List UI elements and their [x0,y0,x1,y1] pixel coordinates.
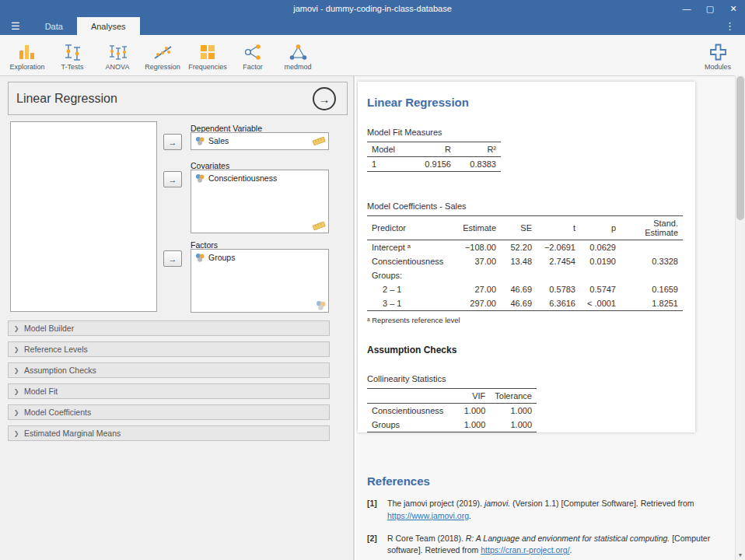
dependent-variable-box[interactable]: Sales [191,132,329,150]
cell [621,240,683,255]
title-bar: jamovi - dummy-coding-in-class-database … [0,0,745,17]
cell: 3 – 1 [367,296,454,311]
cell: < .0001 [580,296,621,311]
maximize-button[interactable]: ▢ [698,0,722,17]
cell [621,268,683,282]
minimize-button[interactable]: — [675,0,698,17]
coefficients-table[interactable]: Predictor Estimate SE t p Stand. Estimat… [367,215,683,311]
table-row: Intercept ᵃ −108.00 52.20 −2.0691 0.0629 [367,240,683,255]
hamburger-menu-icon[interactable]: ☰ [0,17,31,35]
nominal-variable-icon [195,136,205,145]
references-section: References [1] The jamovi project (2019)… [367,474,726,557]
reference-text: R Core Team (2018). R: A Language and en… [387,533,726,558]
variable-chip-label: Conscientiousness [208,173,277,183]
section-model-coefficients[interactable]: ❯ Model Coefficients [8,404,330,420]
section-label: Assumption Checks [24,366,96,375]
window-controls: — ▢ ✕ [675,0,745,17]
table-row: 1 0.9156 0.8383 [367,157,501,172]
ribbon-label: T-Tests [61,63,83,71]
kebab-menu-icon[interactable]: ⋮ [715,17,745,35]
cell: 0.9156 [407,157,456,172]
ribbon-anova[interactable]: ANOVA [95,37,140,74]
cell: 2.7454 [537,254,580,268]
ribbon-label: Regression [145,63,180,71]
cell: 46.69 [501,296,537,311]
table-row: Conscientiousness 37.00 13.48 2.7454 0.0… [367,254,683,268]
section-reference-levels[interactable]: ❯ Reference Levels [8,341,330,357]
chevron-right-icon: ❯ [9,388,24,395]
variable-chip-label: Groups [208,253,235,262]
column-header: t [537,216,580,240]
tab-bar: ☰ Data Analyses ⋮ [0,17,745,35]
reference-item: [2] R Core Team (2018). R: A Language an… [367,533,726,558]
factors-box[interactable]: Groups [191,249,329,313]
variable-chip-sales[interactable]: Sales [191,133,328,149]
ribbon-label: Modules [705,63,731,71]
continuous-type-icon [312,135,326,146]
scroll-down-button[interactable]: ▼ [736,549,745,560]
assign-covariate-button[interactable]: → [163,171,182,187]
section-model-fit[interactable]: ❯ Model Fit [8,383,330,399]
continuous-type-icon [312,220,326,231]
cell: −2.0691 [537,240,580,255]
cell: 297.00 [454,296,501,311]
close-button[interactable]: ✕ [722,0,745,17]
column-header: SE [501,216,537,240]
cell: Groups [367,418,453,432]
reference-link[interactable]: https://www.jamovi.org [387,511,469,520]
variable-chip-label: Sales [208,136,229,145]
nominal-variable-icon [195,253,205,262]
analyses-ribbon: Exploration T-Tests ANOVA Regression Fre… [0,35,745,76]
analysis-header: Linear Regression → [8,82,348,115]
ribbon-label: Exploration [9,63,44,71]
cell [454,268,501,282]
tab-analyses[interactable]: Analyses [77,17,140,35]
cell: 0.0629 [580,240,621,255]
section-estimated-marginal-means[interactable]: ❯ Estimated Marginal Means [8,425,330,441]
collapse-analysis-button[interactable]: → [313,87,336,110]
ribbon-medmod[interactable]: medmod [275,37,320,74]
assign-dependent-button[interactable]: → [163,134,182,150]
model-fit-table[interactable]: Model R R² 1 0.9156 0.8383 [367,142,501,172]
column-header: R [407,142,456,157]
cell [501,268,537,282]
cell [580,268,621,282]
ribbon-t-tests[interactable]: T-Tests [50,37,95,74]
cell: 1.000 [453,404,490,418]
ribbon-label: medmod [284,63,311,71]
table-header-row: VIF Tolerance [367,389,537,404]
ribbon-exploration[interactable]: Exploration [5,37,50,74]
ribbon-modules[interactable]: Modules [695,37,740,74]
cell: 0.5747 [580,282,621,296]
frequencies-icon [198,40,218,61]
covariates-box[interactable]: Conscientiousness [191,170,329,233]
table-header-row: Model R R² [367,142,501,157]
collinearity-table[interactable]: VIF Tolerance Conscientiousness 1.000 1.… [367,388,537,432]
reference-number: [1] [367,498,387,523]
medmod-icon [289,40,308,61]
assign-factor-button[interactable]: → [163,250,182,267]
available-variables-list[interactable] [10,121,157,312]
variable-chip-groups[interactable]: Groups [191,250,328,265]
section-model-builder[interactable]: ❯ Model Builder [8,320,330,336]
section-label: Reference Levels [24,345,88,354]
ribbon-frequencies[interactable]: Frequencies [185,37,230,74]
reference-link[interactable]: https://cran.r-project.org/ [481,545,569,555]
column-header [367,389,453,404]
ribbon-label: Factor [243,63,263,71]
ribbon-factor[interactable]: Factor [230,37,275,74]
reference-text-part: . [570,545,572,555]
ribbon-regression[interactable]: Regression [140,37,185,74]
cell: 2 – 1 [367,282,454,296]
analysis-title: Linear Regression [16,92,117,106]
results-scrollbar[interactable]: ▼ [735,75,745,560]
cell: −108.00 [454,240,501,255]
section-assumption-checks[interactable]: ❯ Assumption Checks [8,362,330,378]
modules-icon [708,40,728,61]
scrollbar-thumb[interactable] [736,76,744,220]
references-heading: References [367,474,726,488]
variable-chip-conscientiousness[interactable]: Conscientiousness [191,170,328,186]
reference-text-italic: R: A Language and envionment for statist… [466,534,670,543]
tab-data[interactable]: Data [31,17,77,35]
results-panel: Linear Regression Model Fit Measures Mod… [356,76,735,560]
